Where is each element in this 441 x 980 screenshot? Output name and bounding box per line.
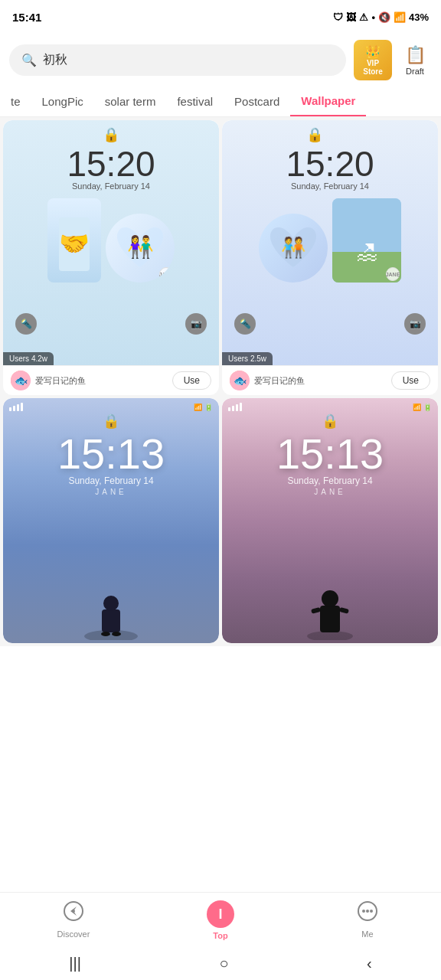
nav-top-label: Top bbox=[213, 931, 227, 940]
wallpaper-card-3[interactable]: 📶 🔋 🔒 15:13 Sunday, February 14 JANE bbox=[3, 398, 219, 643]
author-avatar-1: 🐟 bbox=[11, 371, 31, 390]
svg-text:🐟: 🐟 bbox=[234, 374, 247, 387]
author-name-1: 爱写日记的鱼 bbox=[35, 375, 86, 387]
status-time: 15:41 bbox=[12, 11, 41, 24]
users-count-1: Users 4.2w bbox=[9, 354, 47, 363]
bottom-navigation: Discover I Top Me bbox=[0, 892, 441, 946]
search-bar: 🔍 初秋 👑 VIP Store 📋 Draft bbox=[0, 34, 441, 87]
author-info-2: 🐟 爱写日记的鱼 bbox=[230, 371, 305, 390]
svg-text:🏖: 🏖 bbox=[356, 240, 377, 264]
top-icon: I bbox=[207, 900, 234, 928]
gallery-icon: 🖼 bbox=[346, 11, 356, 23]
wifi-icon: 📶 bbox=[394, 11, 406, 23]
svg-rect-12 bbox=[102, 609, 120, 632]
wallpaper-card-4[interactable]: 📶 🔋 🔒 15:13 Sunday, February 14 JANE bbox=[222, 398, 438, 643]
phone-date-3: Sunday, February 14 bbox=[3, 475, 219, 486]
svg-text:🤝: 🤝 bbox=[59, 229, 90, 258]
author-name-2: 爱写日记的鱼 bbox=[254, 375, 305, 387]
svg-point-26 bbox=[366, 910, 369, 913]
volume-icon: 🔇 bbox=[378, 11, 390, 23]
author-info-1: 🐟 爱写日记的鱼 bbox=[11, 371, 86, 390]
phone-time-3: 15:13 bbox=[3, 433, 219, 475]
warning-icon: ⚠ bbox=[359, 11, 368, 23]
me-icon bbox=[357, 900, 378, 926]
crown-icon: 👑 bbox=[365, 44, 381, 59]
header-actions: 👑 VIP Store 📋 Draft bbox=[354, 40, 432, 80]
draft-button[interactable]: 📋 Draft bbox=[398, 45, 432, 76]
nav-discover[interactable]: Discover bbox=[43, 900, 104, 940]
wallpaper-card-2[interactable]: 🔒 15:20 Sunday, February 14 🧑‍🤝‍🧑 bbox=[222, 120, 438, 395]
phone-date-4: Sunday, February 14 bbox=[222, 475, 438, 486]
system-nav-bar: ||| ○ ‹ bbox=[0, 946, 441, 980]
svg-text:🧑‍🤝‍🧑: 🧑‍🤝‍🧑 bbox=[281, 235, 306, 260]
phone-lock-4: 🔒 bbox=[222, 413, 438, 430]
tab-postcard[interactable]: Postcard bbox=[224, 87, 290, 116]
status-bar: 15:41 🛡 🖼 ⚠ • 🔇 📶 43% bbox=[0, 0, 441, 34]
back-icon[interactable]: ‹ bbox=[367, 955, 372, 972]
use-button-1[interactable]: Use bbox=[172, 371, 211, 390]
tab-wallpaper[interactable]: Wallpaper bbox=[290, 87, 366, 116]
recent-apps-icon[interactable]: ||| bbox=[69, 955, 81, 972]
tab-te[interactable]: te bbox=[0, 87, 31, 116]
svg-point-13 bbox=[103, 596, 119, 611]
status-icons: 🛡 🖼 ⚠ • 🔇 📶 43% bbox=[333, 11, 429, 23]
phone-lock-1: 🔒 bbox=[8, 126, 214, 143]
svg-point-27 bbox=[370, 910, 373, 913]
svg-rect-19 bbox=[311, 607, 321, 614]
author-avatar-2: 🐟 bbox=[230, 371, 250, 390]
dot-icon: • bbox=[371, 11, 375, 23]
nav-me[interactable]: Me bbox=[337, 900, 398, 940]
tab-solarterm[interactable]: solar term bbox=[94, 87, 167, 116]
phone-time-2: 15:20 bbox=[222, 146, 438, 181]
battery-icon: 43% bbox=[409, 11, 429, 23]
phone-time-4: 15:13 bbox=[222, 433, 438, 475]
search-input[interactable]: 初秋 bbox=[43, 52, 67, 68]
nav-me-label: Me bbox=[361, 929, 373, 939]
tab-longpic[interactable]: LongPic bbox=[31, 87, 94, 116]
phone-lock-3: 🔒 bbox=[3, 413, 219, 430]
tabs-bar: te LongPic solar term festival Postcard … bbox=[0, 87, 441, 117]
phone-date-2: Sunday, February 14 bbox=[222, 181, 438, 191]
tab-festival[interactable]: festival bbox=[166, 87, 224, 116]
svg-point-23 bbox=[72, 910, 75, 913]
search-input-wrapper[interactable]: 🔍 初秋 bbox=[9, 44, 346, 76]
wallpaper-card-1[interactable]: 🔒 15:20 Sunday, February 14 🤝 bbox=[3, 120, 219, 395]
draft-label: Draft bbox=[406, 67, 424, 76]
svg-point-25 bbox=[362, 910, 365, 913]
card-footer-2: 🐟 爱写日记的鱼 Use bbox=[222, 365, 438, 395]
phone-time-1: 15:20 bbox=[3, 146, 219, 181]
draft-icon: 📋 bbox=[405, 45, 426, 65]
vip-button[interactable]: 👑 VIP Store bbox=[354, 40, 392, 80]
card-footer-1: 🐟 爱写日记的鱼 Use bbox=[3, 365, 219, 395]
svg-point-14 bbox=[101, 632, 110, 636]
discover-icon bbox=[63, 900, 84, 926]
phone-date-1: Sunday, February 14 bbox=[3, 181, 219, 191]
svg-text:🐟: 🐟 bbox=[15, 374, 28, 387]
home-icon[interactable]: ○ bbox=[219, 955, 228, 972]
svg-point-18 bbox=[322, 590, 338, 607]
search-icon: 🔍 bbox=[21, 53, 37, 67]
svg-text:👫: 👫 bbox=[127, 234, 154, 260]
nav-discover-label: Discover bbox=[57, 929, 90, 939]
shield-icon: 🛡 bbox=[333, 11, 343, 23]
vip-label: VIP bbox=[367, 59, 379, 67]
nav-top[interactable]: I Top bbox=[190, 900, 251, 940]
svg-point-15 bbox=[112, 632, 121, 636]
svg-rect-17 bbox=[320, 606, 340, 632]
store-label: Store bbox=[363, 67, 383, 76]
use-button-2[interactable]: Use bbox=[391, 371, 430, 390]
svg-rect-20 bbox=[339, 607, 349, 614]
wallpaper-grid: 🔒 15:20 Sunday, February 14 🤝 bbox=[0, 117, 441, 646]
phone-lock-2: 🔒 bbox=[222, 126, 418, 143]
users-count-2: Users 2.5w bbox=[228, 354, 266, 363]
